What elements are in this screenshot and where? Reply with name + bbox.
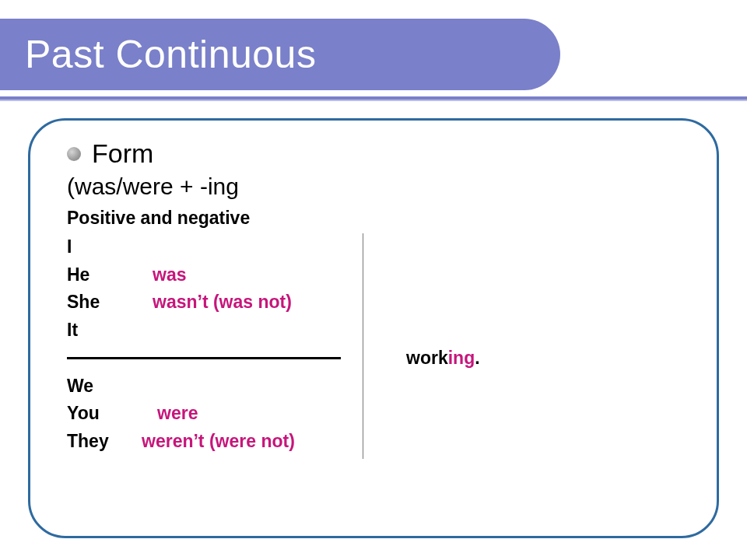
row-i: I (67, 233, 689, 261)
title-rule-lower (0, 100, 747, 101)
pronoun-it: It (67, 317, 153, 345)
pronoun-they: They (67, 428, 142, 456)
content-body: Form (was/were + -ing Positive and negat… (67, 138, 689, 455)
blank-underline (67, 357, 341, 359)
bullet-label: Form (92, 138, 153, 169)
formula-text: (was/were + -ing (67, 173, 689, 200)
verb-suffix: ing (448, 348, 475, 368)
row-we: We (67, 373, 689, 401)
verb-working: working. (406, 345, 480, 373)
grammar-table: I Hewas Shewasn’t (was not) It working. … (67, 233, 689, 455)
aux-werent: weren’t (were not) (142, 431, 295, 451)
bullet-icon (67, 147, 81, 161)
pronoun-i: I (67, 233, 153, 261)
verb-punct: . (475, 348, 479, 368)
row-it: It (67, 317, 689, 345)
slide: Past Continuous Form (was/were + -ing Po… (0, 0, 747, 560)
pronoun-we: We (67, 373, 153, 401)
row-they: Theyweren’t (were not) (67, 428, 689, 456)
bullet-row: Form (67, 138, 689, 169)
pronoun-she: She (67, 289, 153, 317)
aux-wasnt: wasn’t (was not) (153, 292, 292, 312)
aux-was: was (153, 264, 186, 285)
title-banner: Past Continuous (0, 19, 560, 90)
row-working: working. (67, 345, 689, 373)
slide-title: Past Continuous (25, 32, 316, 77)
pronoun-you: You (67, 400, 153, 428)
pronoun-he: He (67, 261, 153, 289)
row-he: Hewas (67, 261, 689, 289)
verb-stem: work (406, 348, 448, 368)
row-she: Shewasn’t (was not) (67, 289, 689, 317)
aux-were: were (157, 403, 198, 423)
section-label: Positive and negative (67, 208, 689, 229)
row-you: Youwere (67, 400, 689, 428)
